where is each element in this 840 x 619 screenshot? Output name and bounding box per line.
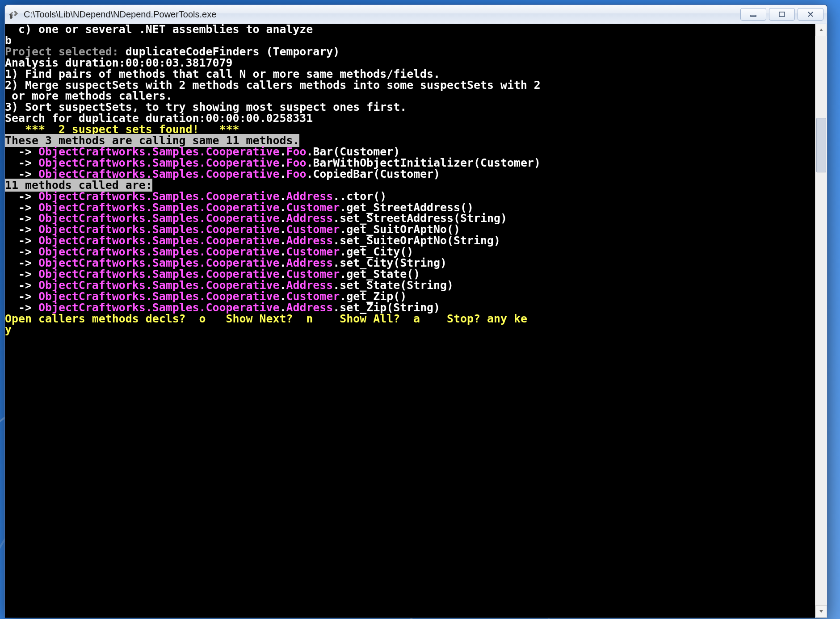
app-icon	[9, 9, 19, 19]
maximize-button[interactable]	[769, 8, 795, 21]
svg-rect-3	[779, 12, 785, 17]
close-button[interactable]	[798, 8, 823, 21]
scroll-up-button[interactable]	[815, 24, 827, 36]
minimize-button[interactable]	[740, 8, 766, 21]
scroll-down-button[interactable]	[815, 605, 827, 618]
window-title: C:\Tools\Lib\NDepend\NDepend.PowerTools.…	[24, 9, 740, 20]
svg-rect-2	[751, 15, 756, 17]
titlebar[interactable]: C:\Tools\Lib\NDepend\NDepend.PowerTools.…	[5, 5, 827, 24]
console-window: C:\Tools\Lib\NDepend\NDepend.PowerTools.…	[4, 4, 827, 618]
scroll-thumb[interactable]	[816, 118, 826, 172]
console-output[interactable]: c) one or several .NET assemblies to ana…	[5, 24, 815, 618]
vertical-scrollbar[interactable]	[815, 24, 827, 618]
